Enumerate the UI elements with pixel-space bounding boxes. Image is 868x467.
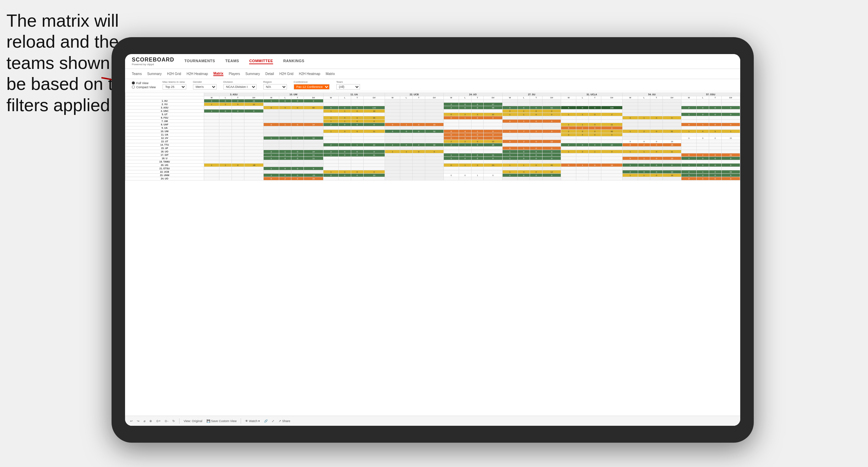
matrix-cell: 0 xyxy=(339,150,351,153)
matrix-cell xyxy=(530,177,542,180)
matrix-cell xyxy=(709,160,721,164)
matrix-cell xyxy=(638,113,650,116)
matrix-cell xyxy=(400,99,413,103)
region-select[interactable]: N/A (All) xyxy=(263,84,287,90)
zoom-out-button[interactable]: ⊙- xyxy=(165,419,168,423)
matrix-cell xyxy=(304,133,323,137)
nav-committee[interactable]: COMMITTEE xyxy=(249,59,273,64)
team-select[interactable]: (All) xyxy=(336,84,360,90)
matrix-cell xyxy=(721,143,740,147)
view-original-button[interactable]: View: Original xyxy=(184,419,202,423)
matrix-cell: 0 xyxy=(601,150,623,153)
division-select[interactable]: NCAA Division I NCAA Division II NCAA Di… xyxy=(223,84,257,90)
matrix-cell xyxy=(650,113,663,116)
matrix-cell: 0 xyxy=(279,137,291,140)
row-header-cell: 2. VU xyxy=(125,103,204,106)
matrix-cell xyxy=(204,126,219,130)
matrix-cell xyxy=(601,137,623,140)
matrix-cell xyxy=(425,170,443,174)
matrix-cell: 0 xyxy=(589,133,601,137)
matrix-cell xyxy=(219,174,232,177)
matrix-cell: 0 xyxy=(471,157,484,160)
matrix-cell: 1 xyxy=(400,123,413,126)
matrix-cell xyxy=(561,116,576,120)
save-custom-view-button[interactable]: 💾 Save Custom View xyxy=(207,419,237,423)
matrix-cell xyxy=(576,103,589,106)
col-3-asu: 3. ASU xyxy=(204,93,264,96)
matrix-cell: 5 xyxy=(709,130,721,133)
matrix-cell: 51 xyxy=(663,130,681,133)
row-header-cell: 18. U xyxy=(125,157,204,160)
matrix-cell: 0 xyxy=(530,109,542,113)
nav-tournaments[interactable]: TOURNAMENTS xyxy=(185,59,215,64)
matrix-cell: 1 xyxy=(681,157,697,160)
matrix-cell xyxy=(413,140,425,143)
matrix-cell: 14 xyxy=(304,150,323,153)
matrix-cell: 0 xyxy=(291,99,304,103)
matrix-cell xyxy=(709,147,721,150)
matrix-cell xyxy=(323,164,338,167)
separator-2 xyxy=(241,418,241,424)
subnav-players[interactable]: Players xyxy=(229,72,240,76)
matrix-cell: 0 xyxy=(351,153,363,157)
matrix-cell xyxy=(264,140,279,143)
matrix-cell xyxy=(425,113,443,116)
matrix-cell xyxy=(681,120,697,123)
matrix-cell xyxy=(638,120,650,123)
matrix-cell xyxy=(650,160,663,164)
matrix-cell xyxy=(400,137,413,140)
nav-teams[interactable]: TEAMS xyxy=(225,59,239,64)
subnav-players-summary[interactable]: Summary xyxy=(245,72,260,76)
share-button[interactable]: ↗ Share xyxy=(279,419,290,423)
matrix-cell: 2 xyxy=(413,143,425,147)
expand-button[interactable]: ⤢ xyxy=(272,419,274,423)
undo-button[interactable]: ↩ xyxy=(130,419,133,423)
matrix-cell: 15 xyxy=(425,123,443,126)
matrix-cell: 1 xyxy=(502,113,517,116)
matrix-cell xyxy=(232,116,244,120)
matrix-cell xyxy=(204,113,219,116)
full-view-radio[interactable]: Full View xyxy=(132,81,156,85)
matrix-cell xyxy=(459,123,472,126)
subnav-h2h-grid[interactable]: H2H Grid xyxy=(167,72,181,76)
subnav-h2h-heatmap[interactable]: H2H Heatmap xyxy=(187,72,208,76)
subnav-summary[interactable]: Summary xyxy=(147,72,162,76)
zoom-in-button[interactable]: ⊕ xyxy=(149,419,152,423)
link-button[interactable]: 🔗 xyxy=(264,419,268,423)
matrix-cell xyxy=(351,99,363,103)
subnav-players-h2h-heatmap[interactable]: H2H Heatmap xyxy=(299,72,320,76)
matrix-cell xyxy=(400,126,413,130)
max-teams-select[interactable]: Top 25 Top 10 Top 50 xyxy=(163,84,186,90)
subnav-players-h2h-grid[interactable]: H2H Grid xyxy=(279,72,293,76)
nav-rankings[interactable]: RANKINGS xyxy=(283,59,305,64)
row-header-cell: 9. UA xyxy=(125,126,204,130)
refresh-button[interactable]: ⌀ xyxy=(144,419,145,423)
zoom-fit-button[interactable]: ⊙+ xyxy=(156,419,161,423)
reset-button[interactable]: ↻ xyxy=(172,419,175,423)
conference-label: Conference xyxy=(294,80,330,83)
conference-select[interactable]: Pac-12 Conference (All) xyxy=(294,84,330,90)
matrix-cell xyxy=(232,123,244,126)
matrix-cell xyxy=(232,153,244,157)
subnav-players-matrix[interactable]: Matrix xyxy=(326,72,335,76)
subnav-detail[interactable]: Detail xyxy=(265,72,274,76)
matrix-cell xyxy=(413,133,425,137)
col-24-uo: 24. UO xyxy=(443,93,502,96)
gender-select[interactable]: Men's Women's xyxy=(193,84,217,90)
watch-button[interactable]: 👁 Watch ▾ xyxy=(245,419,260,423)
matrix-cell: 11 xyxy=(363,130,385,133)
compact-view-radio[interactable]: Compact View xyxy=(132,85,156,89)
subnav-matrix[interactable]: Matrix xyxy=(213,72,223,76)
redo-button[interactable]: ↪ xyxy=(137,419,140,423)
matrix-cell: 0 xyxy=(517,106,530,109)
sh-d8: Dif xyxy=(663,96,681,99)
matrix-cell: 0 xyxy=(363,123,385,126)
matrix-cell xyxy=(339,99,351,103)
matrix-cell: 0 xyxy=(530,174,542,177)
matrix-cell: 20 xyxy=(721,153,740,157)
matrix-cell: 0 xyxy=(542,150,561,153)
matrix-cell: 0 xyxy=(530,170,542,174)
matrix-cell: 0 xyxy=(650,140,663,143)
matrix-content[interactable]: 3. ASU 10. UW 11. UA 22. UCB 24. UO 27. … xyxy=(125,91,740,416)
subnav-teams[interactable]: Teams xyxy=(132,72,142,76)
